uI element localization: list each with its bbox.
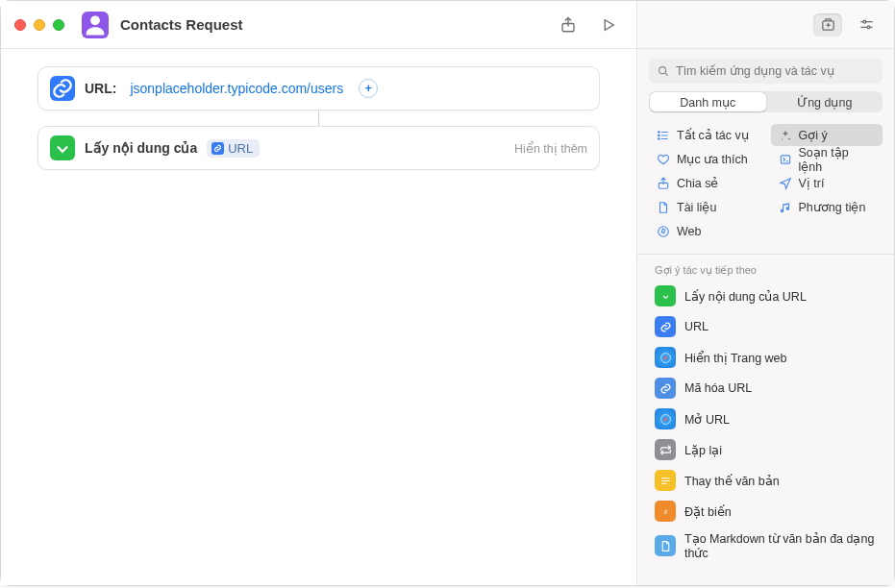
category-soạn-tập-lệnh[interactable]: Soạn tập lệnh (771, 148, 883, 170)
repeat-icon (655, 439, 676, 460)
url-field-value[interactable]: jsonplaceholder.typicode.com/users (130, 81, 343, 96)
search-icon (657, 64, 670, 78)
suggestion-label: Đặt biến (684, 504, 732, 519)
category-label: Tài liệu (677, 200, 716, 214)
suggestion-label: Hiển thị Trang web (684, 351, 787, 365)
action-url[interactable]: URL: jsonplaceholder.typicode.com/users … (37, 66, 600, 110)
library-segmented-control[interactable]: Danh mục Ứng dụng (649, 91, 883, 112)
svg-point-6 (659, 131, 660, 133)
category-label: Chia sẻ (677, 176, 718, 190)
link-icon (655, 316, 676, 337)
suggestion-label: Mã hóa URL (684, 381, 752, 395)
safari-icon (655, 408, 676, 429)
svg-point-8 (659, 137, 660, 139)
suggestions-header: Gợi ý tác vụ tiếp theo (637, 255, 894, 281)
category-mục-ưa-thích[interactable]: Mục ưa thích (649, 148, 761, 170)
category-chia-sẻ[interactable]: Chia sẻ (649, 172, 761, 194)
svg-point-12 (781, 138, 782, 139)
heart-icon (657, 153, 670, 166)
library-pane: Danh mục Ứng dụng Tất cả tác vụMục ưa th… (637, 1, 894, 585)
category-label: Phương tiện (799, 200, 866, 214)
suggestion-label: Mở URL (684, 412, 730, 427)
search-input[interactable] (676, 64, 875, 78)
connector (73, 110, 565, 126)
var-icon: x (655, 501, 676, 522)
safari-icon (655, 347, 676, 368)
suggestion-label: URL (684, 320, 709, 333)
category-tài-liệu[interactable]: Tài liệu (649, 196, 761, 218)
share-button[interactable] (554, 12, 583, 37)
compass-icon (657, 225, 670, 238)
url-field-label: URL: (85, 81, 116, 96)
suggestion-item[interactable]: Mở URL (647, 404, 884, 434)
svg-text:x: x (662, 507, 667, 516)
minimize-window-button[interactable] (34, 19, 45, 31)
action-get-contents[interactable]: Lấy nội dung của URL Hiển thị thêm (37, 126, 600, 170)
music-icon (779, 201, 792, 214)
suggestion-label: Thay thế văn bản (684, 474, 780, 488)
category-grid: Tất cả tác vụMục ưa thíchChia sẻTài liệu… (637, 120, 894, 252)
run-button[interactable] (594, 12, 623, 37)
link-icon (655, 378, 676, 399)
category-tất-cả-tác-vụ[interactable]: Tất cả tác vụ (649, 124, 761, 146)
script-icon (779, 153, 792, 166)
text-icon (655, 470, 676, 491)
window-title: Contacts Request (120, 16, 243, 33)
editor-pane: Contacts Request URL: jsonplaceholder.ty… (1, 1, 637, 585)
list-icon (657, 129, 670, 142)
download-icon (50, 135, 75, 160)
suggestion-label: Tạo Markdown từ văn bản đa dạng thức (684, 531, 877, 560)
app-window: Contacts Request URL: jsonplaceholder.ty… (0, 0, 895, 586)
library-titlebar (637, 1, 894, 49)
zoom-window-button[interactable] (53, 19, 64, 31)
suggestion-item[interactable]: Hiển thị Trang web (647, 342, 884, 373)
seg-apps[interactable]: Ứng dụng (767, 91, 883, 112)
category-phương-tiện[interactable]: Phương tiện (771, 196, 883, 218)
category-vị-trí[interactable]: Vị trí (771, 172, 883, 194)
add-url-button[interactable]: + (359, 79, 378, 98)
suggestion-item[interactable]: Tạo Markdown từ văn bản đa dạng thức (647, 527, 884, 565)
settings-toggle-button[interactable] (852, 13, 881, 37)
svg-point-11 (788, 137, 790, 139)
svg-point-7 (659, 135, 660, 136)
suggestion-item[interactable]: Lấy nội dung của URL (647, 281, 884, 311)
category-label: Soạn tập lệnh (799, 145, 876, 174)
doc-icon (657, 201, 670, 214)
action-label-prefix: Lấy nội dung của (85, 140, 197, 156)
close-window-button[interactable] (14, 19, 26, 31)
category-label: Mục ưa thích (677, 152, 748, 166)
category-web[interactable]: Web (649, 220, 761, 242)
library-toggle-button[interactable] (813, 13, 842, 37)
library-search[interactable] (649, 59, 883, 84)
category-label: Web (677, 225, 701, 238)
svg-point-5 (659, 67, 666, 74)
link-icon (211, 142, 224, 155)
category-gợi-ý[interactable]: Gợi ý (771, 124, 883, 146)
share-icon (657, 177, 670, 190)
token-label: URL (228, 141, 253, 156)
category-label: Gợi ý (799, 128, 828, 142)
svg-point-0 (90, 15, 100, 25)
workflow-canvas[interactable]: URL: jsonplaceholder.typicode.com/users … (1, 49, 636, 585)
link-icon (50, 76, 75, 101)
category-label: Tất cả tác vụ (677, 128, 749, 142)
suggestion-label: Lặp lại (684, 443, 722, 457)
suggestion-label: Lấy nội dung của URL (684, 289, 807, 304)
svg-point-4 (867, 26, 870, 29)
svg-point-10 (659, 226, 669, 236)
titlebar: Contacts Request (1, 1, 636, 49)
show-more-button[interactable]: Hiển thị thêm (514, 141, 587, 156)
location-icon (779, 177, 792, 190)
suggestion-item[interactable]: Mã hóa URL (647, 373, 884, 404)
category-label: Vị trí (799, 176, 825, 190)
suggestion-item[interactable]: xĐặt biến (647, 496, 884, 527)
doc-icon (655, 535, 676, 556)
download-icon (655, 285, 676, 306)
seg-categories[interactable]: Danh mục (650, 92, 766, 111)
suggestions-list: Lấy nội dung của URLURLHiển thị Trang we… (637, 281, 894, 585)
suggestion-item[interactable]: Lặp lại (647, 434, 884, 465)
sparkle-icon (779, 129, 792, 142)
suggestion-item[interactable]: Thay thế văn bản (647, 465, 884, 496)
suggestion-item[interactable]: URL (647, 311, 884, 342)
url-variable-token[interactable]: URL (207, 139, 260, 158)
